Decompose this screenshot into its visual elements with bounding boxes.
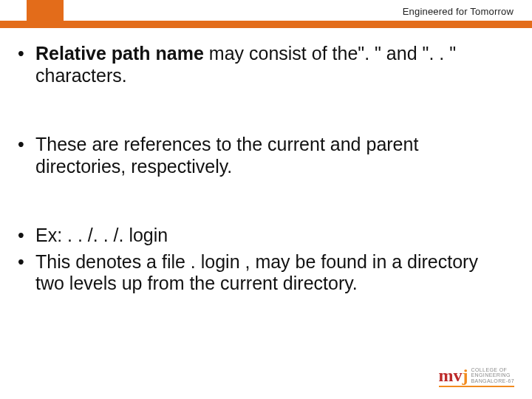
- header-bar: [0, 21, 532, 28]
- bullet-item: These are references to the current and …: [15, 134, 502, 177]
- logo-letter-j: j: [463, 366, 468, 385]
- logo-text: COLLEGE OF ENGINEERING BANGALORE-67: [471, 367, 515, 386]
- logo-mark: mvj: [439, 366, 468, 386]
- bullet-item: This denotes a file . login , may be fou…: [15, 251, 502, 295]
- bullet-bold-term: Relative path name: [35, 43, 204, 64]
- bullet-list: Ex: . . /. . /. login This denotes a fil…: [15, 225, 502, 295]
- bullet-text: These are references to the current and …: [35, 134, 418, 177]
- logo-line2: ENGINEERING: [471, 372, 515, 378]
- logo-underline: [439, 386, 515, 387]
- bullet-text: This denotes a file . login , may be fou…: [35, 251, 478, 294]
- slide-content: Relative path name may consist of the". …: [15, 43, 502, 299]
- footer-logo: mvj COLLEGE OF ENGINEERING BANGALORE-67: [439, 366, 515, 386]
- bullet-list: Relative path name may consist of the". …: [15, 43, 502, 86]
- logo-letter-m: m: [439, 366, 454, 385]
- bullet-text: Ex: . . /. . /. login: [35, 225, 168, 245]
- bullet-item: Relative path name may consist of the". …: [15, 43, 502, 86]
- bullet-item: Ex: . . /. . /. login: [15, 225, 502, 247]
- header-tagline: Engineered for Tomorrow: [0, 6, 514, 17]
- logo-line3: BANGALORE-67: [471, 378, 515, 383]
- logo-line1: COLLEGE OF: [471, 367, 515, 372]
- bullet-list: These are references to the current and …: [15, 134, 502, 177]
- logo-letter-v: v: [454, 366, 463, 385]
